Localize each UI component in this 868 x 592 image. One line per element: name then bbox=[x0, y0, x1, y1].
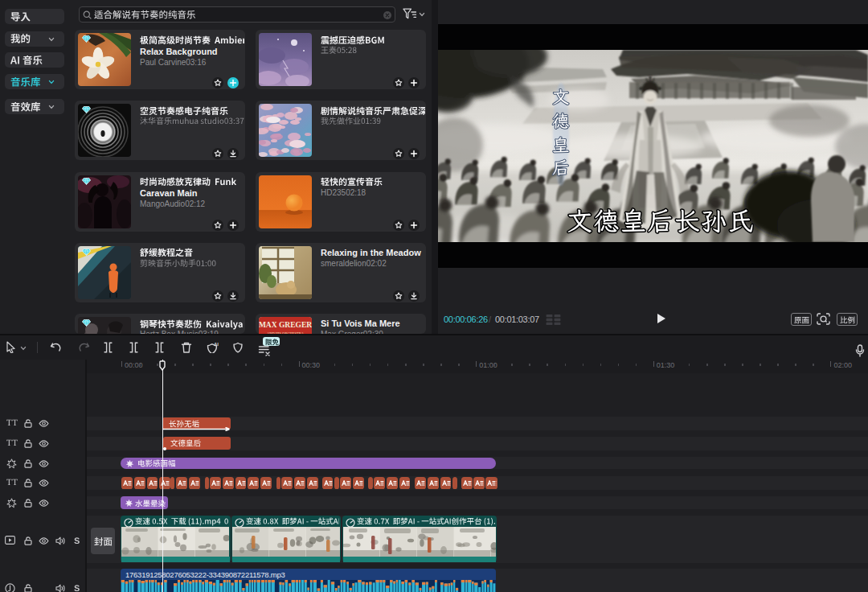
svg-text:AI: AI bbox=[214, 342, 219, 347]
svg-text:MAX GREGER: MAX GREGER bbox=[259, 321, 312, 329]
